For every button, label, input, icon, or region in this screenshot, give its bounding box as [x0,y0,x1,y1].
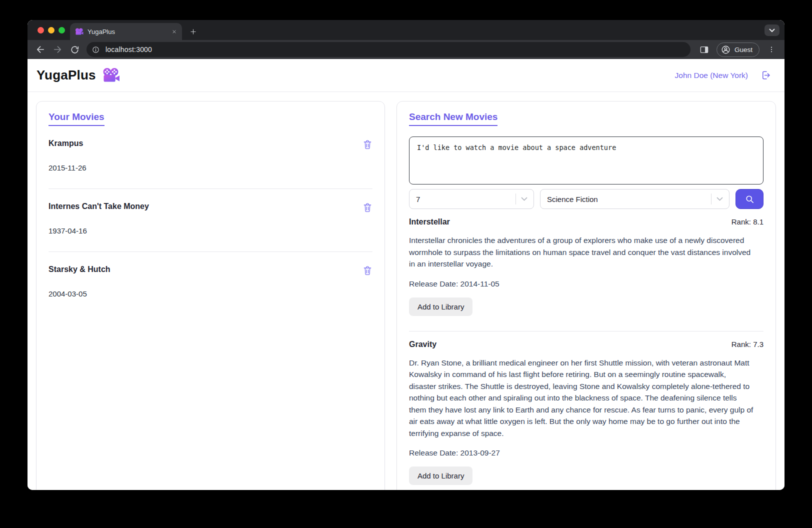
result-title: Interstellar [409,218,450,226]
search-controls: 7 Science Fiction [409,189,764,209]
screen: YugaPlus [0,0,812,528]
search-result: Gravity Rank: 7.3 Dr. Ryan Stone, a bril… [409,340,764,490]
brand: YugaPlus [36,68,120,83]
search-result: Interstellar Rank: 8.1 Interstellar chro… [409,218,764,332]
profile-name: Guest [734,46,752,54]
genre-select[interactable]: Science Fiction [540,189,730,209]
result-rank: Rank: 8.1 [732,218,764,226]
tab-close-icon[interactable] [172,29,177,34]
logout-icon[interactable] [760,70,772,81]
user-box: John Doe (New York) [675,70,772,81]
result-release-date: Release Date: 2014-11-05 [409,280,764,288]
profile-button[interactable]: Guest [716,42,760,57]
add-to-library-button[interactable]: Add to Library [409,466,472,485]
rank-select[interactable]: 7 [409,189,534,209]
side-panel-icon[interactable] [696,42,712,58]
result-divider [409,331,764,332]
back-icon[interactable] [32,42,48,58]
chevron-down-icon [521,197,528,201]
list-item: Krampus 2015-11-26 [48,139,372,189]
search-button[interactable] [736,189,764,209]
select-separator [516,194,516,204]
divider [48,252,372,252]
your-movies-title: Your Movies [48,112,104,126]
search-panel: Search New Movies I'd like to watch a mo… [396,101,776,490]
tab-favicon-movie-camera-icon [75,28,84,36]
movie-title: Starsky & Hutch [48,265,110,274]
divider [48,188,372,189]
delete-movie-trash-icon[interactable] [362,265,372,276]
search-title: Search New Movies [409,112,498,126]
browser-tab[interactable]: YugaPlus [70,23,182,40]
traffic-lights [38,27,65,34]
browser-toolbar: localhost:3000 Guest [28,40,784,59]
list-item: Starsky & Hutch 2004-03-05 [48,265,372,298]
url-text: localhost:3000 [106,46,152,54]
new-tab-button[interactable] [186,24,200,38]
your-movies-panel: Your Movies Krampus [36,101,385,490]
list-item: Internes Can't Take Money 1937-04-16 [48,202,372,252]
avatar-icon [720,44,731,55]
tab-strip: YugaPlus [28,20,784,40]
search-icon [744,194,755,204]
genre-select-value: Science Fiction [547,195,711,204]
user-name: John Doe (New York) [675,71,748,80]
result-title: Gravity [409,340,436,349]
search-query-input[interactable]: I'd like to watch a movie about a space … [409,136,764,184]
zoom-window-button[interactable] [58,27,65,34]
movie-title: Krampus [48,139,83,148]
chevron-down-icon [716,197,723,201]
result-rank: Rank: 7.3 [732,340,764,348]
site-info-icon[interactable] [90,44,102,56]
result-release-date: Release Date: 2013-09-27 [409,448,764,458]
minimize-window-button[interactable] [48,27,54,34]
result-description: Interstellar chronicles the adventures o… [409,234,754,270]
movie-date: 1937-04-16 [48,226,372,235]
add-to-library-button[interactable]: Add to Library [409,298,472,316]
select-separator [711,194,712,204]
close-window-button[interactable] [38,27,44,34]
forward-icon[interactable] [50,42,66,58]
browser-menu-kebab-icon[interactable] [764,42,780,58]
delete-movie-trash-icon[interactable] [362,202,372,213]
app-header: YugaPlus [28,59,784,92]
rank-select-value: 7 [416,195,516,204]
reload-icon[interactable] [66,42,82,58]
browser-window: YugaPlus [28,20,784,490]
movie-date: 2004-03-05 [48,290,372,298]
delete-movie-trash-icon[interactable] [362,139,372,150]
movie-title: Internes Can't Take Money [48,202,149,211]
app-title: YugaPlus [36,68,96,83]
main-content: Your Movies Krampus [28,92,784,490]
tab-title: YugaPlus [88,28,168,36]
result-description: Dr. Ryan Stone, a brilliant medical engi… [409,357,754,440]
movie-date: 2015-11-26 [48,164,372,172]
app-page: YugaPlus [28,59,784,490]
url-bar[interactable]: localhost:3000 [86,42,690,57]
movie-camera-logo-icon [102,68,120,83]
tab-search-chevron-icon[interactable] [764,24,780,36]
